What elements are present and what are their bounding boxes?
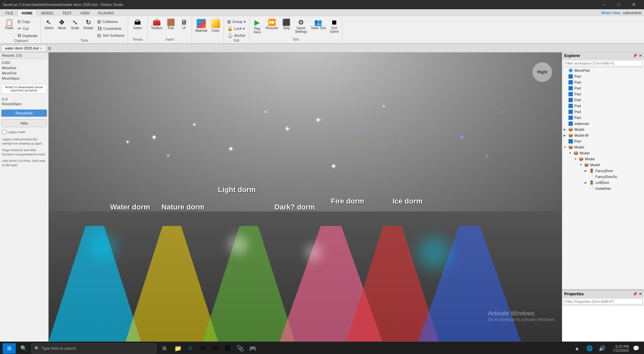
tree-item-model-4[interactable]: ▼ 📦 Model [562,156,644,162]
play-button[interactable]: ▶ PlayHere [251,18,263,35]
tab-model[interactable]: MODEL [37,10,58,16]
taskbar-app6-icon[interactable]: 🎮 [247,343,259,354]
team-test-button[interactable]: 👥 Team Test [310,18,327,30]
lock-label: Lock [234,27,242,30]
tree-item-part-8[interactable]: 🟦 Part [562,115,644,121]
explorer-close-icon[interactable]: ✕ [639,53,642,58]
start-button[interactable]: ⊞ [3,343,16,354]
game-settings-button[interactable]: ⚙ GameSettings [294,18,308,34]
reactivate-button[interactable]: Reactivate [1,109,47,117]
select-button[interactable]: ↖ Select [43,18,55,30]
taskbar-explorer-icon[interactable]: 📁 [172,343,184,354]
explorer-pin-icon[interactable]: 📌 [633,53,637,58]
duplicate-button[interactable]: ⧉ Duplicate [16,32,39,39]
tree-item-model-m[interactable]: ▶ 📦 Model-M [562,132,644,138]
tree-part-6-label: Part [574,104,581,108]
tree-part-2-label: Part [574,80,581,84]
move-label: Move [58,26,66,30]
taskbar-notification-icon[interactable]: 💬 [631,343,641,354]
taskbar-app5-icon[interactable]: 📎 [234,343,246,354]
minimize-button[interactable]: − [596,0,611,9]
exit-game-icon: ⏹ [331,19,337,26]
taskbar-mail-icon[interactable]: ✉ [197,343,209,354]
toolbox-button[interactable]: 🧰 Toolbox [150,18,163,30]
properties-search-input[interactable] [564,299,643,305]
ribbon: FILE HOME MODEL TEST VIEW PLUGINS What's… [0,9,644,44]
paste-button[interactable]: 📋 Paste [3,18,15,30]
tree-item-part-3[interactable]: 🟦 Part [562,85,644,91]
whats-new-link[interactable]: What's New [601,11,620,15]
taskbar-up-arrow-icon[interactable]: ▲ [572,343,582,354]
tree-model-5-icon: 📦 [584,163,589,167]
resume-button[interactable]: ⏩ Resume [265,18,279,30]
properties-pin-icon[interactable]: 📌 [633,292,637,296]
tree-item-meshpart[interactable]: 🔷 MeshPart [562,68,644,73]
viewport[interactable]: ✦ ✦ ✦ ✦ ✦ ✦ ✦ ✦ ✦ ✦ ✦ ✦ ✦ ✦ ✦ ✦ Water do… [49,52,562,342]
taskbar-volume-icon[interactable]: 🔊 [597,343,607,354]
rotate-button[interactable]: ↻ Rotate [82,18,95,30]
tree-item-part-2[interactable]: 🟦 Part [562,79,644,85]
tab-test[interactable]: TEST [58,10,76,16]
tree-item-part-4[interactable]: 🟦 Part [562,91,644,97]
taskbar-search[interactable]: 🔍 Type here to search [32,344,156,353]
scale-button[interactable]: ⤡ Scale [69,18,81,30]
join-surfaces-button[interactable]: ⊟ Join Surfaces [96,32,126,39]
doc-tab-close[interactable]: ✕ [40,47,43,50]
tree-item-part-5[interactable]: 🟦 Part [562,97,644,103]
editor-button[interactable]: 🏔 Editor [132,18,143,30]
taskbar-photos-icon[interactable]: 🖼 [222,343,234,354]
exit-game-button[interactable]: ⏹ ExitGame [328,18,340,34]
collisions-button[interactable]: ⊞ Collisions [96,18,126,25]
tree-item-fancydoorsc[interactable]: 📄 FancyDoorSc [562,174,644,180]
stop-button[interactable]: ⬛ Stop [281,18,292,30]
tree-leftdoor-icon: 🚪 [589,180,594,185]
expand-tab-icon[interactable]: ▦ [48,46,51,50]
lock-button[interactable]: 🔒 Lock ▾ [226,25,247,32]
taskbar-edge-icon[interactable]: e [184,343,196,354]
tree-item-fancydoor[interactable]: ▶ 🚪 FancyDoor [562,168,644,174]
tree-item-insidehar[interactable]: 📄 InsideHar [562,186,644,191]
cut-button[interactable]: ✂ Cut [16,25,39,32]
close-button[interactable]: ✕ [626,0,641,9]
doc-tab-label: water dorm 2020.rbxl [5,46,39,50]
tab-view[interactable]: VIEW [76,10,94,16]
tree-item-model-3[interactable]: ▼ 📦 Model [562,150,644,156]
tree-part-4-icon: 🟦 [568,92,573,96]
constraints-button[interactable]: ⛓ Constraints [96,25,126,32]
tree-item-waterrain[interactable]: 🟦 waterrain [562,121,644,127]
maximize-button[interactable]: □ [611,0,626,9]
tree-item-part-9[interactable]: 🟦 Part [562,138,644,144]
taskbar-clock[interactable]: 6:23 PM 7/12/2020 [609,344,629,352]
material-button[interactable]: Material [194,18,208,33]
tree-item-leftdoor[interactable]: ▶ 🚪 LeftDoor [562,180,644,186]
tree-item-part-7[interactable]: 🟦 Part [562,109,644,115]
explorer-search-input[interactable] [564,60,643,66]
color-button[interactable]: Color [210,18,222,33]
task-view-icon[interactable]: ⧉ [159,343,169,354]
tree-item-part-1[interactable]: 🟦 Part [562,73,644,79]
anchor-button[interactable]: ⚓ Anchor [226,32,247,39]
move-button[interactable]: ✥ Move [56,18,68,30]
lock-arrow-icon: ▾ [243,27,245,31]
doc-tab[interactable]: water dorm 2020.rbxl ✕ [1,45,46,51]
copy-button[interactable]: ⎘ Copy [16,18,39,25]
ui-button[interactable]: 🖥 UI [178,18,190,30]
legacy-mode-checkbox[interactable] [2,130,6,134]
tab-file[interactable]: FILE [1,10,17,16]
edit-group-label: Edit [234,39,239,43]
tree-item-model-1[interactable]: ▶ 📦 Model [562,127,644,132]
tab-plugins[interactable]: PLUGINS [94,10,118,16]
properties-close-icon[interactable]: ✕ [639,292,642,296]
taskbar-search-icon[interactable]: 🔍 [18,343,29,354]
tree-item-part-6[interactable]: 🟦 Part [562,103,644,109]
taskbar-store-icon[interactable]: 🛍 [209,343,221,354]
group-button[interactable]: ⊞ Group ▾ [226,18,247,25]
part-button[interactable]: 🟫 Part [165,18,177,30]
tree-item-model-5[interactable]: ▼ 📦 Model [562,162,644,168]
hide-button[interactable]: Hide [1,119,47,127]
taskbar-network-icon[interactable]: 🌐 [584,343,595,354]
star-11: ✦ [434,122,436,126]
tab-home[interactable]: HOME [17,10,37,16]
tree-item-model-2[interactable]: ▼ 📦 Model [562,144,644,150]
tree-expand-model-5: ▼ [579,163,583,167]
